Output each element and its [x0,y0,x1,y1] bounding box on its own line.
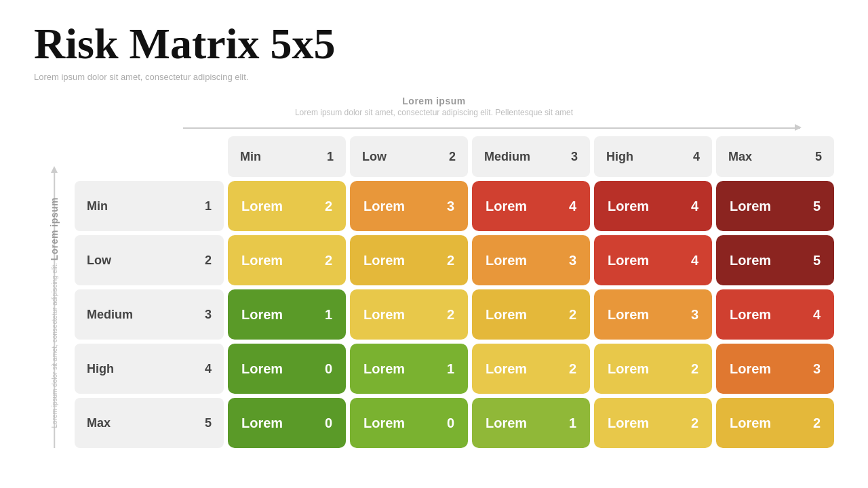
y-axis-container: Lorem ipsum Lorem ipsum dolor sit amet, … [34,136,75,448]
row-header-label: Medium [87,308,133,322]
row-header-1: Low2 [75,235,224,285]
cell-value: 3 [447,199,454,214]
row-header-value: 1 [205,199,212,214]
col-header-4: Max5 [716,136,834,177]
cell-label: Lorem [486,415,527,431]
cell-r4-c3: Lorem2 [594,398,712,448]
cell-value: 0 [447,415,454,431]
x-axis-arrowhead [795,124,802,131]
cell-value: 4 [569,199,576,214]
cell-label: Lorem [363,199,405,214]
cell-value: 4 [691,253,698,268]
page-title: Risk Matrix 5x5 [34,20,834,68]
cell-label: Lorem [486,307,527,323]
cell-r3-c4: Lorem3 [716,344,834,394]
cell-r2-c4: Lorem4 [716,289,834,340]
page-subtitle: Lorem ipsum dolor sit amet, consectetur … [34,72,834,82]
col-header-0: Min1 [228,136,346,177]
cell-r2-c0: Lorem1 [228,289,346,340]
page: Risk Matrix 5x5 Lorem ipsum dolor sit am… [0,0,868,462]
cell-label: Lorem [486,253,527,268]
cell-value: 3 [569,253,576,268]
cell-label: Lorem [363,253,405,268]
cell-r4-c4: Lorem2 [716,398,834,448]
cell-label: Lorem [363,307,405,323]
y-axis-label: Lorem ipsum [49,197,60,260]
cell-r2-c3: Lorem3 [594,289,712,340]
cell-label: Lorem [730,307,771,323]
cell-value: 4 [691,199,698,214]
cell-value: 2 [447,253,454,268]
row-header-value: 4 [205,362,212,376]
matrix-wrapper: Lorem ipsum Lorem ipsum dolor sit amet, … [34,136,834,448]
cell-label: Lorem [608,307,649,323]
col-header-label: Min [240,150,261,164]
cell-value: 0 [325,361,332,377]
cell-r0-c1: Lorem3 [350,181,468,231]
cell-value: 2 [813,415,821,431]
cell-value: 2 [569,307,576,323]
row-header-value: 3 [205,308,212,322]
cell-value: 2 [325,199,332,214]
row-header-4: Max5 [75,398,224,448]
cell-r3-c1: Lorem1 [350,344,468,394]
row-header-value: 2 [205,253,212,268]
cell-label: Lorem [241,361,283,377]
x-axis-arrow [183,121,800,134]
cell-r1-c1: Lorem2 [350,235,468,285]
row-header-label: High [87,362,114,376]
y-axis-description: Lorem ipsum dolor sit amet, consectetur … [51,263,58,428]
cell-r2-c1: Lorem2 [350,289,468,340]
cell-r0-c4: Lorem5 [716,181,834,231]
cell-r1-c2: Lorem3 [472,235,590,285]
cell-label: Lorem [730,361,771,377]
col-header-label: Medium [484,150,530,164]
cell-value: 5 [813,253,821,268]
cell-label: Lorem [241,415,283,431]
row-header-label: Low [87,253,111,268]
cell-value: 1 [447,361,454,377]
col-header-value: 1 [327,150,334,164]
cell-value: 3 [691,307,698,323]
row-header-3: High4 [75,344,224,394]
cell-value: 5 [813,199,821,214]
header-empty [75,136,224,177]
cell-r3-c3: Lorem2 [594,344,712,394]
cell-label: Lorem [363,415,405,431]
cell-label: Lorem [730,253,771,268]
cell-label: Lorem [241,307,283,323]
cell-value: 3 [813,361,821,377]
cell-label: Lorem [608,253,649,268]
x-axis-description: Lorem ipsum dolor sit amet, consectetur … [34,108,834,117]
cell-r2-c2: Lorem2 [472,289,590,340]
cell-r3-c2: Lorem2 [472,344,590,394]
cell-r1-c3: Lorem4 [594,235,712,285]
cell-label: Lorem [608,199,649,214]
cell-label: Lorem [486,361,527,377]
row-header-label: Min [87,199,108,214]
cell-value: 0 [325,415,332,431]
cell-value: 1 [569,415,576,431]
cell-r1-c4: Lorem5 [716,235,834,285]
col-header-label: Low [362,150,387,164]
col-header-value: 5 [815,150,822,164]
row-header-label: Max [87,416,111,430]
col-header-value: 4 [693,150,700,164]
cell-value: 4 [813,307,821,323]
cell-r3-c0: Lorem0 [228,344,346,394]
cell-value: 2 [691,361,698,377]
row-header-2: Medium3 [75,289,224,340]
cell-label: Lorem [608,361,649,377]
row-header-0: Min1 [75,181,224,231]
cell-r0-c0: Lorem2 [228,181,346,231]
cell-r4-c0: Lorem0 [228,398,346,448]
cell-label: Lorem [363,361,405,377]
cell-r1-c0: Lorem2 [228,235,346,285]
col-header-2: Medium3 [472,136,590,177]
cell-label: Lorem [730,415,771,431]
row-header-value: 5 [205,416,212,430]
cell-r4-c2: Lorem1 [472,398,590,448]
cell-value: 2 [569,361,576,377]
cell-label: Lorem [608,415,649,431]
cell-label: Lorem [241,253,283,268]
